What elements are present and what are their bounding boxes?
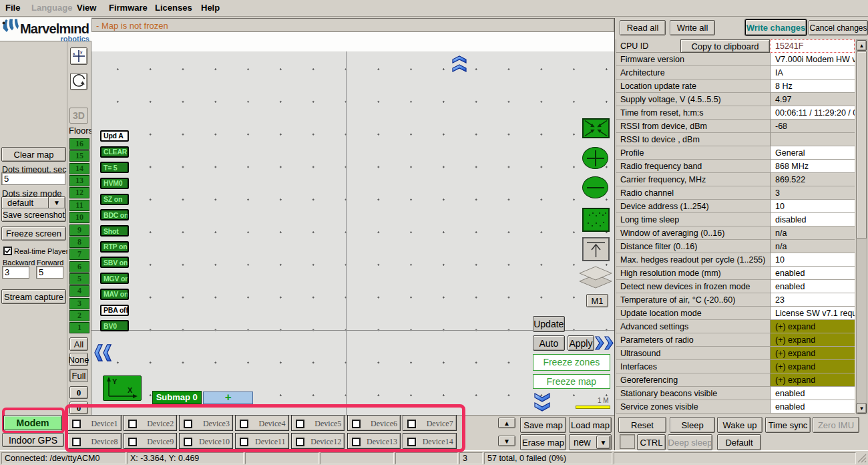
svg-text:Y: Y (112, 377, 118, 385)
svg-text:y: y (80, 50, 83, 54)
svg-text:x: x (73, 51, 75, 55)
svg-text:X: X (128, 386, 133, 394)
